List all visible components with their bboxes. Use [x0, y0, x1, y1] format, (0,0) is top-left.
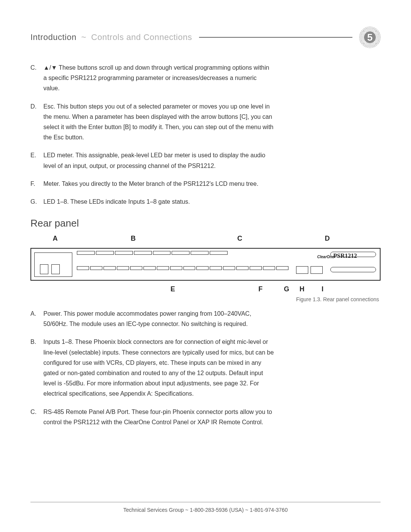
- item-text: ▲/▼ These buttons scroll up and down thr…: [43, 62, 381, 94]
- callout-B: B: [76, 235, 190, 243]
- list-item: D. Esc. This button steps you out of a s…: [30, 101, 381, 143]
- port-icon: [117, 266, 129, 270]
- port-icon: [157, 266, 169, 270]
- page-header: Introduction ~ Controls and Connections …: [30, 27, 381, 48]
- item-letter: F.: [30, 179, 43, 189]
- page-number-badge: 5: [359, 27, 381, 48]
- header-rule: [199, 37, 352, 38]
- port-icon: [276, 266, 288, 270]
- port-icon: [130, 266, 142, 270]
- controls-list: C. ▲/▼ These buttons scroll up and down …: [30, 62, 381, 207]
- diagram-leader-lines: [30, 243, 381, 248]
- list-item: F. Meter. Takes you directly to the Mete…: [30, 179, 381, 189]
- port-icon: [115, 251, 133, 255]
- port-icon: [90, 266, 102, 270]
- item-text: Power. This power module accommodates po…: [43, 308, 381, 329]
- callout-F: F: [175, 285, 263, 293]
- item-letter: C.: [30, 407, 43, 427]
- rear-panel-illustration: ClearOne PSR1212: [30, 248, 381, 281]
- list-item: A. Power. This power module accommodates…: [30, 308, 381, 329]
- callout-A: A: [34, 235, 76, 243]
- callout-H: H: [289, 285, 304, 293]
- breadcrumb-section: Introduction: [30, 32, 76, 42]
- list-item: E. LED meter. This assignable, peak-leve…: [30, 150, 381, 171]
- port-icon: [96, 251, 114, 255]
- item-letter: B.: [30, 337, 43, 399]
- port-icon: [134, 251, 152, 255]
- item-letter: G.: [30, 197, 43, 207]
- db-connector-a-icon: [330, 252, 376, 257]
- item-letter: E.: [30, 150, 43, 171]
- list-item: G. LED 1–8. These LEDs indicate Inputs 1…: [30, 197, 381, 207]
- list-item: C. RS-485 Remote Panel A/B Port. These f…: [30, 407, 381, 427]
- callout-G: G: [263, 285, 289, 293]
- list-item: B. Inputs 1–8. These Phoenix block conne…: [30, 337, 381, 399]
- callout-E: E: [30, 285, 175, 293]
- port-icon: [210, 251, 228, 255]
- rear-panel-diagram: A B C D ClearOne PSR1212 E F G H I: [30, 235, 381, 293]
- port-icon: [153, 251, 171, 255]
- expansion-bus-icon: [296, 266, 323, 274]
- figure-caption: Figure 1.3. Rear panel connections: [30, 296, 379, 302]
- page-footer: Technical Services Group ~ 1-800-283-593…: [30, 502, 381, 513]
- port-icon: [236, 266, 249, 270]
- port-icon: [172, 251, 190, 255]
- port-icon: [143, 266, 156, 270]
- item-letter: D.: [30, 101, 43, 143]
- breadcrumb-separator: ~: [81, 32, 86, 42]
- item-text: Inputs 1–8. These Phoenix block connecto…: [43, 337, 381, 399]
- port-icon: [210, 266, 222, 270]
- connector-row-bottom: [77, 266, 288, 270]
- port-icon: [223, 266, 235, 270]
- callout-D: D: [289, 235, 377, 243]
- item-text: LED meter. This assignable, peak-level L…: [43, 150, 381, 171]
- rear-panel-list: A. Power. This power module accommodates…: [30, 308, 381, 427]
- port-icon: [263, 266, 275, 270]
- item-letter: A.: [30, 308, 43, 329]
- diagram-bottom-labels: E F G H I: [30, 281, 381, 293]
- footer-text: Technical Services Group ~ 1-800-283-593…: [123, 507, 288, 513]
- page-number: 5: [367, 32, 373, 43]
- rear-panel-heading: Rear panel: [30, 217, 381, 229]
- connector-row-top: [77, 251, 228, 255]
- item-text: Esc. This button steps you out of a sele…: [43, 101, 381, 143]
- port-icon: [191, 251, 209, 255]
- item-text: Meter. Takes you directly to the Meter b…: [43, 179, 381, 189]
- item-text: LED 1–8. These LEDs indicate Inputs 1–8 …: [43, 197, 381, 207]
- diagram-top-labels: A B C D: [30, 235, 381, 243]
- power-module-icon: [34, 252, 72, 277]
- list-item: C. ▲/▼ These buttons scroll up and down …: [30, 62, 381, 94]
- callout-I: I: [304, 285, 323, 293]
- db-connector-b-icon: [330, 267, 376, 272]
- port-icon: [170, 266, 182, 270]
- port-icon: [104, 266, 116, 270]
- port-icon: [196, 266, 209, 270]
- breadcrumb: Introduction ~ Controls and Connections: [30, 32, 192, 42]
- port-icon: [183, 266, 196, 270]
- port-icon: [77, 266, 89, 270]
- callout-C: C: [190, 235, 289, 243]
- item-letter: C.: [30, 62, 43, 94]
- item-text: RS-485 Remote Panel A/B Port. These four…: [43, 407, 381, 427]
- port-icon: [77, 251, 95, 255]
- port-icon: [250, 266, 262, 270]
- breadcrumb-subsection: Controls and Connections: [91, 32, 192, 42]
